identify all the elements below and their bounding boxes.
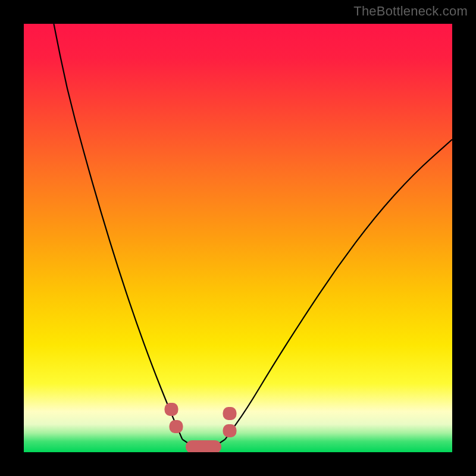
data-marker <box>223 407 236 420</box>
plot-area <box>24 24 452 452</box>
data-marker <box>169 420 183 433</box>
data-marker <box>165 403 178 416</box>
chart-frame: TheBottleneck.com <box>0 0 476 476</box>
data-marker <box>223 424 236 437</box>
data-marker <box>186 440 221 452</box>
watermark-text: TheBottleneck.com <box>353 4 468 19</box>
marker-layer <box>24 24 452 452</box>
